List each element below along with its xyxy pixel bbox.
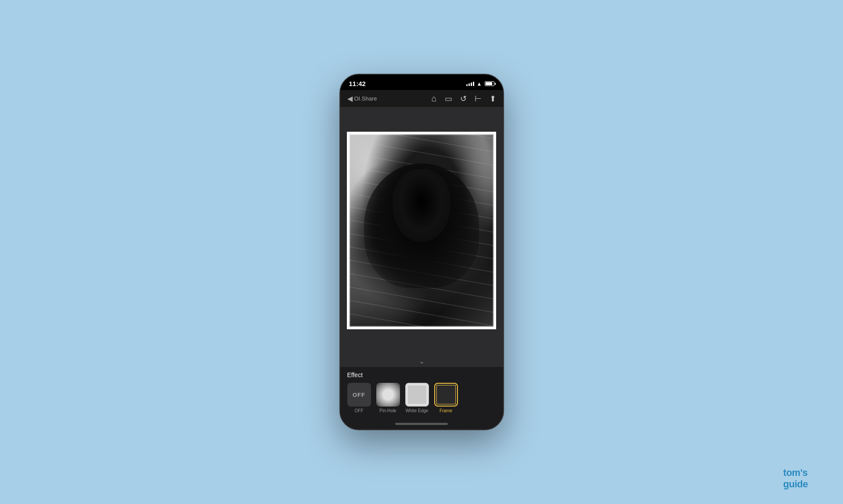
share-icon[interactable]: ⬆ <box>490 94 496 104</box>
photo-inner <box>349 134 494 327</box>
home-indicator <box>340 420 503 429</box>
effect-frame[interactable]: Frame <box>434 383 458 413</box>
status-bar: 11:42 ▲ <box>340 75 503 90</box>
nav-back-button[interactable]: ◀ OI.Share <box>347 94 377 103</box>
chevron-down-icon[interactable]: ⌄ <box>419 357 425 365</box>
effect-thumb-frame <box>434 383 458 407</box>
image-area <box>340 108 503 353</box>
effect-label-pinhole: Pin-Hole <box>379 408 396 413</box>
effect-options: OFF OFF Pin-Hole White Edge Frame <box>347 383 496 413</box>
home-bar <box>395 423 448 425</box>
battery-fill <box>486 82 492 85</box>
undo-icon[interactable]: ↺ <box>460 94 467 104</box>
effect-label-whiteedge: White Edge <box>406 408 429 413</box>
signal-bar-1 <box>466 84 468 86</box>
watermark-line2: guide <box>783 479 808 490</box>
signal-bar-4 <box>473 82 474 86</box>
watermark-line1: tom's <box>783 467 807 478</box>
effect-pinhole[interactable]: Pin-Hole <box>376 383 400 413</box>
watermark: tom's guide <box>783 467 808 490</box>
dog-head <box>393 169 450 242</box>
back-label: OI.Share <box>354 95 377 102</box>
effect-panel: Effect OFF OFF Pin-Hole White Edge <box>340 367 503 420</box>
battery-icon <box>485 81 494 86</box>
effect-label: Effect <box>347 371 496 378</box>
nav-bar: ◀ OI.Share ⌂ ▭ ↺ ⊢ ⬆ <box>340 90 503 108</box>
bottom-panel: ⌄ Effect OFF OFF Pin-Hole White Edge <box>340 353 503 429</box>
status-right: ▲ <box>466 81 494 87</box>
wifi-icon: ▲ <box>477 81 482 87</box>
signal-bars-icon <box>466 82 474 86</box>
signal-bar-2 <box>468 83 470 86</box>
effect-thumb-off: OFF <box>347 383 371 407</box>
status-time: 11:42 <box>349 80 366 87</box>
chevron-row: ⌄ <box>340 353 503 367</box>
dog-photo <box>349 134 494 327</box>
effect-whiteedge[interactable]: White Edge <box>405 383 429 413</box>
effect-thumb-pinhole <box>376 383 400 407</box>
effect-label-frame: Frame <box>440 408 452 413</box>
phone-frame: 11:42 ▲ ◀ OI.Share ⌂ ▭ ↺ ⊢ ⬆ <box>339 74 504 430</box>
effect-off[interactable]: OFF OFF <box>347 383 371 413</box>
home-icon[interactable]: ⌂ <box>431 94 436 104</box>
signal-bar-3 <box>471 83 472 86</box>
effect-thumb-whiteedge <box>405 383 429 407</box>
compare-icon[interactable]: ⊢ <box>475 94 482 104</box>
layers-icon[interactable]: ▭ <box>445 94 452 104</box>
back-arrow-icon: ◀ <box>347 94 353 103</box>
photo-container <box>347 132 496 329</box>
effect-label-off: OFF <box>355 408 364 413</box>
nav-actions: ⌂ ▭ ↺ ⊢ ⬆ <box>431 94 496 104</box>
